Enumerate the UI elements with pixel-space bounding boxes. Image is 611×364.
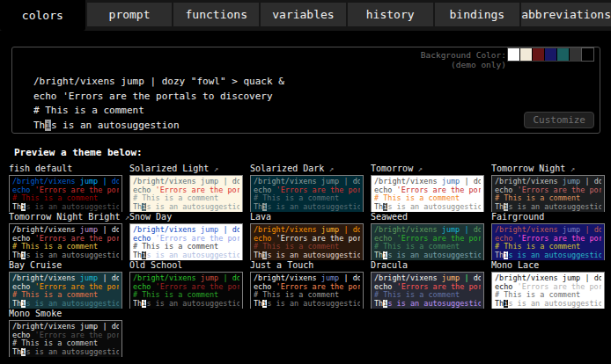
tab-bindings[interactable]: bindings [435, 3, 520, 26]
theme-title[interactable]: Solarized Dark ↗ [250, 164, 371, 173]
token-param: jump [80, 226, 98, 234]
token-command: dozy [162, 76, 186, 87]
token-command: /bright/vixens [12, 274, 80, 282]
theme-name: Just a Touch [250, 260, 313, 270]
theme-preview-box[interactable]: /bright/vixens jump | dozy "fowl" > quac… [9, 223, 122, 260]
token-autosuggestion: s is an autosuggestion [26, 203, 119, 211]
token-autosuggestion: s is an autosuggestion [146, 300, 239, 308]
theme-name: Mono Smoke [9, 309, 62, 318]
tab-history[interactable]: history [348, 3, 433, 26]
theme-card-dracula: Dracula/bright/vixens jump | dozy "fowl"… [371, 260, 491, 309]
theme-title[interactable]: Mono Smoke [9, 309, 129, 318]
theme-preview-box[interactable]: /bright/vixens jump | dozy "fowl" > quac… [9, 272, 122, 309]
external-link-icon[interactable]: ↗ [120, 213, 129, 222]
theme-preview-box[interactable]: /bright/vixens jump | dozy "fowl" > quac… [371, 223, 484, 260]
bg-swatch-navy[interactable] [545, 48, 556, 61]
external-link-icon[interactable]: ↗ [565, 164, 575, 173]
bg-swatch-black[interactable] [582, 48, 593, 61]
background-color-label: Background Color: (demo only) [421, 50, 506, 69]
tab-abbreviations[interactable]: abbreviations [521, 3, 611, 26]
token-param: jump [80, 274, 98, 282]
theme-title[interactable]: Bay Cruise [9, 260, 129, 270]
token-command: echo [495, 186, 518, 194]
theme-name: Bay Cruise [9, 260, 62, 270]
external-link-icon[interactable]: ↗ [209, 164, 218, 173]
token-command: echo [254, 186, 276, 194]
theme-preview-box[interactable]: /bright/vixens jump | dozy "fowl" > quac… [129, 175, 243, 212]
bg-swatch-dark-gray[interactable] [570, 48, 581, 61]
tab-variables[interactable]: variables [261, 3, 346, 26]
theme-title[interactable]: Just a Touch [250, 260, 371, 270]
bg-swatch-dark-red[interactable] [533, 48, 544, 61]
theme-card-lava: Lava/bright/vixens jump | dozy "fowl" > … [250, 212, 371, 260]
token-param: jump [201, 226, 218, 234]
theme-card-fairground: Fairground/bright/vixens jump | dozy "fo… [491, 212, 611, 260]
code-line: This is an autosuggestion [495, 300, 601, 309]
code-line: # This is a comment [133, 243, 239, 251]
theme-preview-box[interactable]: /bright/vixens jump | dozy "fowl" > quac… [250, 175, 364, 212]
token-command: echo [12, 235, 35, 243]
tab-prompt[interactable]: prompt [87, 3, 173, 26]
theme-title[interactable]: Old School [129, 260, 250, 270]
theme-title[interactable]: Snow Day [129, 212, 250, 222]
theme-preview-box[interactable]: /bright/vixens jump | dozy "fowl" > quac… [129, 223, 243, 260]
code-line: # This is a comment [495, 194, 601, 203]
theme-card-mono-lace: Mono Lace/bright/vixens jump | dozy "fow… [491, 260, 611, 309]
theme-title[interactable]: Fairground [491, 212, 611, 222]
code-line: # This is a comment [254, 194, 360, 203]
customize-button[interactable]: Customize [524, 112, 594, 128]
token-command: /bright/vixens [12, 323, 80, 331]
token-quote: "fowl" [191, 76, 226, 87]
external-link-icon[interactable]: ↗ [324, 164, 334, 173]
token-comment: # This is a comment [133, 291, 218, 299]
token-command: dozy [232, 274, 239, 282]
token-comment: # This is a comment [133, 243, 218, 251]
code-line: echo 'Errors are the portals to discover… [374, 235, 481, 244]
token-command: dozy [232, 226, 239, 234]
bg-swatch-cream[interactable] [520, 48, 532, 61]
token-comment: # This is a comment [495, 291, 580, 299]
theme-title[interactable]: Tomorrow Night ↗ [491, 164, 611, 173]
theme-preview-box[interactable]: /bright/vixens jump | dozy "fowl" > quac… [371, 175, 484, 212]
theme-title[interactable]: Seaweed [371, 212, 491, 222]
token-command: /bright/vixens [254, 274, 321, 282]
theme-preview-box[interactable]: /bright/vixens jump | dozy "fowl" > quac… [9, 320, 122, 357]
bg-swatch-teal[interactable] [557, 48, 569, 61]
theme-card-tomorrow-night: Tomorrow Night ↗/bright/vixens jump | do… [491, 164, 611, 212]
tab-colors[interactable]: colors [0, 0, 85, 31]
external-link-icon[interactable]: ↗ [413, 164, 423, 173]
tab-functions[interactable]: functions [173, 3, 259, 26]
bg-swatch-white[interactable] [508, 48, 519, 61]
token-command: echo [495, 283, 518, 291]
theme-preview-box[interactable]: /bright/vixens jump | dozy "fowl" > quac… [371, 272, 484, 309]
token-param: jump [321, 226, 339, 234]
token-command: echo [12, 186, 35, 194]
token-param: jump [442, 274, 460, 282]
theme-title[interactable]: Mono Lace [491, 260, 611, 270]
theme-preview-box[interactable]: /bright/vixens jump | dozy "fowl" > quac… [250, 272, 364, 309]
theme-title[interactable]: Lava [250, 212, 371, 222]
theme-preview-box[interactable]: /bright/vixens jump | dozy "fowl" > quac… [491, 272, 605, 309]
theme-title[interactable]: fish default [9, 164, 129, 173]
token-command: echo [133, 283, 156, 291]
tab-bar: colorspromptfunctionsvariableshistorybin… [0, 0, 611, 31]
theme-title[interactable]: Tomorrow Night Bright ↗ [9, 212, 129, 222]
background-color-label-line2: (demo only) [421, 60, 506, 69]
theme-preview-box[interactable]: /bright/vixens jump | dozy "fowl" > quac… [129, 272, 243, 309]
theme-preview-box[interactable]: /bright/vixens jump | dozy "fowl" > quac… [9, 175, 122, 212]
code-line: /bright/vixens jump | dozy "fowl" > quac… [495, 274, 601, 283]
token-comment: # This is a comment [254, 243, 339, 251]
theme-title[interactable]: Dracula [371, 260, 491, 270]
token-autosuggestion: s is an autosuggestion [508, 251, 601, 259]
token-autosuggestion: s is an autosuggestion [387, 300, 481, 308]
theme-preview-box[interactable]: /bright/vixens jump | dozy "fowl" > quac… [250, 223, 364, 260]
token-command: dozy [594, 178, 601, 186]
theme-preview-box[interactable]: /bright/vixens jump | dozy "fowl" > quac… [491, 223, 605, 260]
token-string: 'Errors are the portals to discovery [276, 235, 360, 243]
theme-title[interactable]: Tomorrow ↗ [371, 164, 491, 173]
token-string: 'Errors are the portals to discovery [397, 235, 481, 243]
theme-card-fish-default: fish default/bright/vixens jump | dozy "… [9, 164, 129, 212]
theme-preview-box[interactable]: /bright/vixens jump | dozy "fowl" > quac… [491, 175, 605, 212]
theme-title[interactable]: Solarized Light ↗ [129, 164, 250, 173]
code-line: # This is a comment [374, 291, 481, 300]
